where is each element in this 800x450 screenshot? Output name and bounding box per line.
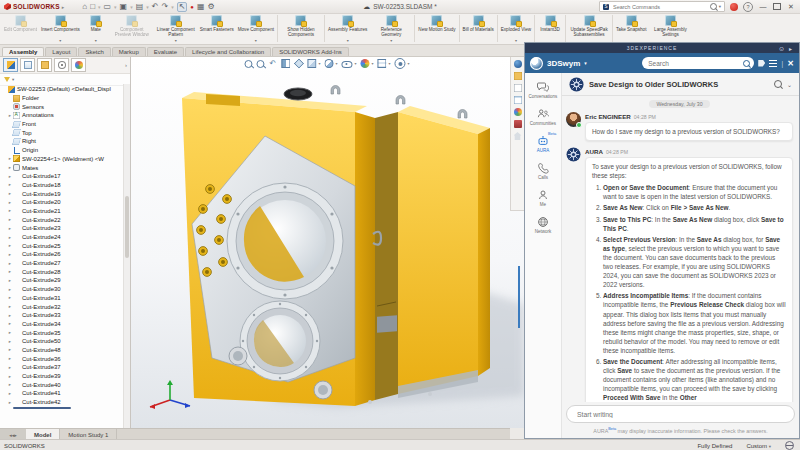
rebuild-icon[interactable]: ● [190, 4, 194, 10]
ribbon-button-show-hidden-components[interactable]: Show Hidden Components [279, 13, 323, 44]
tree-item-front[interactable]: Front [0, 120, 124, 129]
displaymanager-tab[interactable] [71, 58, 86, 72]
composer[interactable] [566, 405, 795, 423]
ribbon-button-linear-component-pattern[interactable]: Linear Component Pattern▾ [154, 13, 198, 44]
tree-item-sensors[interactable]: Sensors [0, 102, 124, 111]
dropdown-caret-icon[interactable]: ▾ [255, 39, 257, 44]
custom-properties-icon[interactable] [514, 120, 522, 128]
display-style-icon[interactable] [324, 59, 333, 68]
ribbon-button-new-motion-study[interactable]: New Motion Study [416, 13, 457, 44]
panel-search-input[interactable] [646, 59, 740, 68]
rail-item-communities[interactable]: Communities [530, 108, 556, 126]
apply-scene-caret-icon[interactable]: ▾ [389, 61, 391, 66]
rollback-bar[interactable] [13, 407, 71, 409]
dimxpertmanager-tab[interactable] [54, 58, 69, 72]
ribbon-button-bill-of-materials[interactable]: Bill of Materials [461, 13, 496, 44]
tab-markup[interactable]: Markup [112, 47, 146, 56]
tree-item-cut-extrude39[interactable]: ▸Cut-Extrude39 [0, 372, 124, 381]
tree-item-cut-extrude17[interactable]: ▸Cut-Extrude17 [0, 172, 124, 181]
minimize-button[interactable]: — [758, 3, 768, 10]
edit-appearance-icon[interactable] [361, 59, 370, 68]
tree-item-cut-extrude25[interactable]: ▸Cut-Extrude25 [0, 241, 124, 250]
view-settings-icon[interactable] [395, 58, 406, 69]
save-caret-icon[interactable]: ▾ [130, 4, 133, 10]
save-icon[interactable]: ▣ [120, 3, 128, 11]
tree-item-cut-extrude31[interactable]: ▸Cut-Extrude31 [0, 294, 124, 303]
search-caret-icon[interactable]: ▾ [719, 4, 721, 9]
tree-item-cut-extrude32[interactable]: ▸Cut-Extrude32 [0, 302, 124, 311]
tab-assembly[interactable]: Assembly [2, 47, 44, 56]
display-style-caret-icon[interactable]: ▾ [335, 61, 337, 66]
dropdown-caret-icon[interactable]: ▾ [390, 39, 392, 44]
view-orientation-caret-icon[interactable]: ▾ [318, 61, 320, 66]
ribbon-button-smart-fasteners[interactable]: Smart Fasteners [198, 13, 236, 44]
design-library-icon[interactable] [514, 72, 522, 80]
select-icon[interactable]: ↖ [177, 2, 188, 12]
tag-icon[interactable] [758, 60, 765, 67]
panel-close-icon[interactable]: ✕ [787, 59, 794, 68]
tree-item-right[interactable]: Right [0, 137, 124, 146]
new-caret-icon[interactable]: ▾ [98, 4, 101, 10]
ribbon-button-update-speedpak-subassemblies[interactable]: Update SpeedPak Subassemblies [567, 13, 611, 44]
user-avatar[interactable] [730, 3, 738, 11]
dropdown-caret-icon[interactable]: ▾ [175, 39, 177, 44]
tree-item-cut-extrude41[interactable]: ▸Cut-Extrude41 [0, 389, 124, 398]
tab-sketch[interactable]: Sketch [78, 47, 110, 56]
view-orientation-icon[interactable] [307, 59, 316, 68]
new-icon[interactable]: □ [90, 3, 95, 11]
tree-item-cut-extrude34[interactable]: ▸Cut-Extrude34 [0, 320, 124, 329]
dropdown-caret-icon[interactable]: ▾ [515, 39, 517, 44]
tree-item-cut-extrude35[interactable]: ▸Cut-Extrude35 [0, 328, 124, 337]
statusbar-config[interactable]: Custom ▾ [746, 443, 771, 449]
featuremanager-tree-tab[interactable] [3, 58, 18, 72]
tree-item-folder[interactable]: Folder [0, 94, 124, 103]
rail-item-network[interactable]: Network [535, 216, 552, 234]
tree-item-cut-extrude20[interactable]: ▸Cut-Extrude20 [0, 198, 124, 207]
tree-item-cut-extrude18[interactable]: ▸Cut-Extrude18 [0, 181, 124, 190]
tree-item-origin[interactable]: Origin [0, 146, 124, 155]
tree-item-cut-extrude24[interactable]: ▸Cut-Extrude24 [0, 233, 124, 242]
search-magnifier-icon[interactable] [710, 3, 717, 10]
tree-item-cut-extrude19[interactable]: ▸Cut-Extrude19 [0, 189, 124, 198]
tree-item-cut-extrude50[interactable]: ▸Cut-Extrude50 [0, 337, 124, 346]
ribbon-button-reference-geometry[interactable]: Reference Geometry▾ [369, 13, 413, 44]
filter-funnel-icon[interactable] [4, 77, 10, 82]
ribbon-button-move-component[interactable]: Move Component▾ [236, 13, 276, 44]
tree-scrollbar[interactable] [123, 84, 130, 428]
menu-hamburger-icon[interactable] [769, 60, 777, 67]
workspace-chevron-icon[interactable]: ▾ [584, 60, 587, 66]
panel-collapse-icon[interactable]: ▸ [789, 45, 796, 52]
panel-search[interactable] [642, 57, 754, 69]
solidworks-resources-icon[interactable] [514, 132, 522, 140]
tree-item-sw-02254-1-weldment-w[interactable]: ▸SW-02254<1> (Weldment) <W [0, 155, 124, 164]
dropdown-caret-icon[interactable]: ▾ [95, 39, 97, 44]
tree-item-cut-extrude27[interactable]: ▸Cut-Extrude27 [0, 259, 124, 268]
zoom-to-area-icon[interactable] [256, 60, 264, 68]
units-globe-icon[interactable] [785, 441, 794, 450]
tree-item-cut-extrude26[interactable]: ▸Cut-Extrude26 [0, 250, 124, 259]
tree-item-cut-extrude21[interactable]: ▸Cut-Extrude21 [0, 207, 124, 216]
logo-menu-caret-icon[interactable]: ▸ [62, 4, 65, 10]
tree-item-cut-extrude30[interactable]: ▸Cut-Extrude30 [0, 285, 124, 294]
close-button[interactable]: ✕ [786, 3, 796, 11]
dynamic-annotation-views-icon[interactable] [294, 58, 304, 68]
redo-icon[interactable]: ↷ [161, 3, 168, 11]
tab-layout[interactable]: Layout [45, 47, 77, 56]
edit-appearance-caret-icon[interactable]: ▾ [372, 61, 374, 66]
tree-item-cut-extrude23[interactable]: ▸Cut-Extrude23 [0, 224, 124, 233]
tree-item-mates[interactable]: ▸Mates [0, 163, 124, 172]
ribbon-button-large-assembly-settings[interactable]: Large Assembly Settings [648, 13, 692, 44]
file-properties-icon[interactable]: ▦ [197, 3, 205, 11]
rail-item-conversations[interactable]: Conversations [529, 81, 558, 99]
redo-caret-icon[interactable]: ▾ [171, 4, 174, 10]
panel-pin-icon[interactable]: ⊙ [779, 45, 786, 52]
propertymanager-tab[interactable] [20, 58, 35, 72]
ribbon-button-instant3d[interactable]: Instant3D [536, 13, 564, 44]
workspace-name[interactable]: 3DSwym [547, 59, 580, 68]
tree-item-cut-extrude22[interactable]: ▸Cut-Extrude22 [0, 215, 124, 224]
tree-item-cut-extrude48[interactable]: ▸Cut-Extrude48 [0, 346, 124, 355]
ribbon-button-take-snapshot[interactable]: Take Snapshot [614, 13, 648, 44]
tree-item-cut-extrude37[interactable]: ▸Cut-Extrude37 [0, 363, 124, 372]
filter-caret-icon[interactable]: ▾ [12, 77, 14, 82]
tree-item-cut-extrude40[interactable]: ▸Cut-Extrude40 [0, 380, 124, 389]
